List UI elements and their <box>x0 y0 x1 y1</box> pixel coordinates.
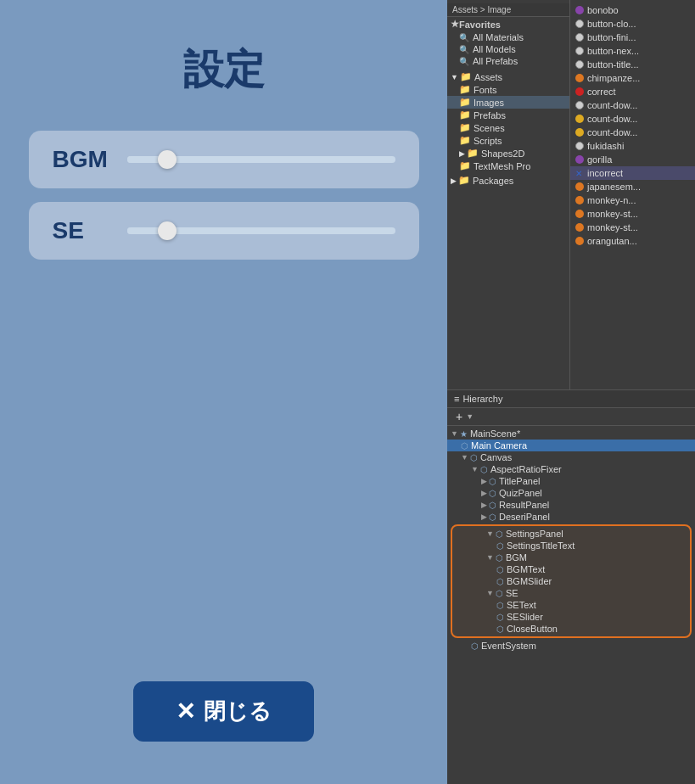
result-panel-icon: ⬡ <box>489 501 496 510</box>
se-icon: ⬡ <box>496 589 503 598</box>
se-card: SE <box>29 202 419 260</box>
folder-expand-icon: ▶ <box>451 176 457 185</box>
bgm-text-icon: ⬡ <box>496 565 504 574</box>
star-icon: ★ <box>451 19 459 30</box>
folder-icon: 📁 <box>459 109 471 120</box>
favorites-header: ★ Favorites <box>447 17 569 31</box>
arrow-icon: ▼ <box>471 465 479 473</box>
bgm-text-item[interactable]: ⬡ BGMText <box>452 563 690 575</box>
list-item[interactable]: gorilla <box>570 153 695 166</box>
result-panel-item[interactable]: ▶ ⬡ ResultPanel <box>447 499 695 511</box>
list-item[interactable]: monkey-st... <box>570 221 695 234</box>
prefabs-folder[interactable]: 📁Prefabs <box>447 109 569 121</box>
settings-title-text-label: SettingsTitleText <box>507 540 574 551</box>
list-item[interactable]: button-clo... <box>570 17 695 31</box>
all-materials-item[interactable]: 🔍All Materials <box>447 31 569 43</box>
shapes2d-folder[interactable]: ▶ 📁Shapes2D <box>447 147 569 160</box>
camera-icon: ⬡ <box>461 441 468 451</box>
se-slider-item[interactable]: ⬡ SESlider <box>452 611 690 623</box>
hierarchy-icon: ≡ <box>454 394 459 404</box>
assets-list: bonobo button-clo... button-fini... butt… <box>570 0 695 389</box>
textmesh-folder[interactable]: 📁TextMesh Pro <box>447 160 569 172</box>
list-item[interactable]: japanesem... <box>570 180 695 193</box>
list-item[interactable]: button-fini... <box>570 31 695 44</box>
dropdown-icon: ▼ <box>466 412 474 421</box>
event-system-item[interactable]: ⬡ EventSystem <box>447 640 695 652</box>
se-slider-track[interactable] <box>127 227 395 234</box>
list-item[interactable]: correct <box>570 85 695 98</box>
canvas-label: Canvas <box>480 452 512 462</box>
fonts-folder[interactable]: 📁Fonts <box>447 83 569 96</box>
all-models-item[interactable]: 🔍All Models <box>447 43 569 55</box>
folder-icon: 📁 <box>460 71 472 82</box>
main-scene-item[interactable]: ▼ ★ MainScene* <box>447 428 695 440</box>
list-item[interactable]: fukidashi <box>570 139 695 153</box>
bgm-hierarchy-label: BGM <box>506 552 527 563</box>
folder-icon: 📁 <box>459 97 471 108</box>
all-prefabs-item[interactable]: 🔍All Prefabs <box>447 55 569 67</box>
assets-folder[interactable]: ▼ 📁Assets <box>447 70 569 83</box>
list-item[interactable]: button-nex... <box>570 44 695 58</box>
se-hierarchy-label: SE <box>506 588 518 598</box>
list-item[interactable]: chimpanze... <box>570 71 695 85</box>
se-item[interactable]: ▼ ⬡ SE <box>452 587 690 599</box>
list-item[interactable]: count-dow... <box>570 126 695 139</box>
ar-label: AspectRatioFixer <box>490 464 562 474</box>
arrow-icon: ▼ <box>461 453 468 462</box>
bgm-item[interactable]: ▼ ⬡ BGM <box>452 552 690 563</box>
folder-icon: 📁 <box>459 122 471 133</box>
arrow-icon: ▶ <box>481 489 487 497</box>
folder-expand-icon: ▶ <box>459 149 465 158</box>
bgm-text-label: BGMText <box>507 564 545 574</box>
close-button[interactable]: ✕ 閉じる <box>133 681 314 742</box>
event-system-label: EventSystem <box>481 641 536 651</box>
list-item[interactable]: bonobo <box>570 3 695 17</box>
quiz-panel-item[interactable]: ▶ ⬡ QuizPanel <box>447 487 695 499</box>
hierarchy-label: Hierarchy <box>462 394 502 404</box>
folder-icon: 📁 <box>459 160 471 171</box>
left-panel: 設定 BGM SE ✕ 閉じる <box>0 0 447 784</box>
add-hierarchy-button[interactable]: + <box>452 410 466 423</box>
arrow-icon: ▼ <box>486 529 494 538</box>
deseri-panel-label: DeseriPanel <box>499 512 550 522</box>
canvas-item[interactable]: ▼ ⬡ Canvas <box>447 451 695 463</box>
hierarchy-panel: ≡ Hierarchy + ▼ ▼ ★ MainScene* ⬡ Main Ca… <box>447 390 695 784</box>
main-camera-item[interactable]: ⬡ Main Camera <box>447 440 695 451</box>
close-label: 閉じる <box>204 697 272 726</box>
right-panel: Assets > Image ★ Favorites 🔍All Material… <box>447 0 695 784</box>
settings-title: 設定 <box>183 42 265 97</box>
list-item[interactable]: ✕incorrect <box>570 166 695 180</box>
scripts-folder[interactable]: 📁Scripts <box>447 134 569 147</box>
hierarchy-toolbar: + ▼ <box>447 408 695 426</box>
arrow-icon: ▼ <box>451 429 458 438</box>
aspect-ratio-fixer-item[interactable]: ▼ ⬡ AspectRatioFixer <box>447 463 695 475</box>
list-item[interactable]: monkey-st... <box>570 207 695 221</box>
settings-title-text-item[interactable]: ⬡ SettingsTitleText <box>452 540 690 552</box>
list-item[interactable]: orangutan... <box>570 234 695 248</box>
se-text-item[interactable]: ⬡ SEText <box>452 599 690 611</box>
list-item[interactable]: button-title... <box>570 58 695 71</box>
close-button-hierarchy-item[interactable]: ⬡ CloseButton <box>452 623 690 635</box>
canvas-icon: ⬡ <box>470 453 478 462</box>
images-folder[interactable]: 📁Images <box>447 96 569 109</box>
assets-breadcrumb: Assets > Image <box>447 3 569 17</box>
settings-panel-item[interactable]: ▼ ⬡ SettingsPanel <box>452 528 690 540</box>
bgm-slider-item[interactable]: ⬡ BGMSlider <box>452 575 690 587</box>
se-text-icon: ⬡ <box>496 601 504 610</box>
list-item[interactable]: count-dow... <box>570 98 695 112</box>
scenes-folder[interactable]: 📁Scenes <box>447 121 569 134</box>
hierarchy-header: ≡ Hierarchy <box>447 390 695 408</box>
bgm-icon: ⬡ <box>496 553 503 563</box>
breadcrumb-text: Assets > Image <box>452 5 511 14</box>
bgm-card: BGM <box>29 131 419 188</box>
deseri-panel-item[interactable]: ▶ ⬡ DeseriPanel <box>447 511 695 523</box>
bgm-slider-track[interactable] <box>127 156 395 163</box>
list-item[interactable]: monkey-n... <box>570 193 695 207</box>
title-panel-item[interactable]: ▶ ⬡ TitlePanel <box>447 475 695 487</box>
se-slider-thumb[interactable] <box>158 221 177 240</box>
main-camera-label: Main Camera <box>471 440 527 451</box>
bgm-slider-thumb[interactable] <box>158 150 177 169</box>
packages-folder[interactable]: ▶ 📁Packages <box>447 174 569 187</box>
list-item[interactable]: count-dow... <box>570 112 695 126</box>
arrow-icon: ▶ <box>481 512 487 521</box>
